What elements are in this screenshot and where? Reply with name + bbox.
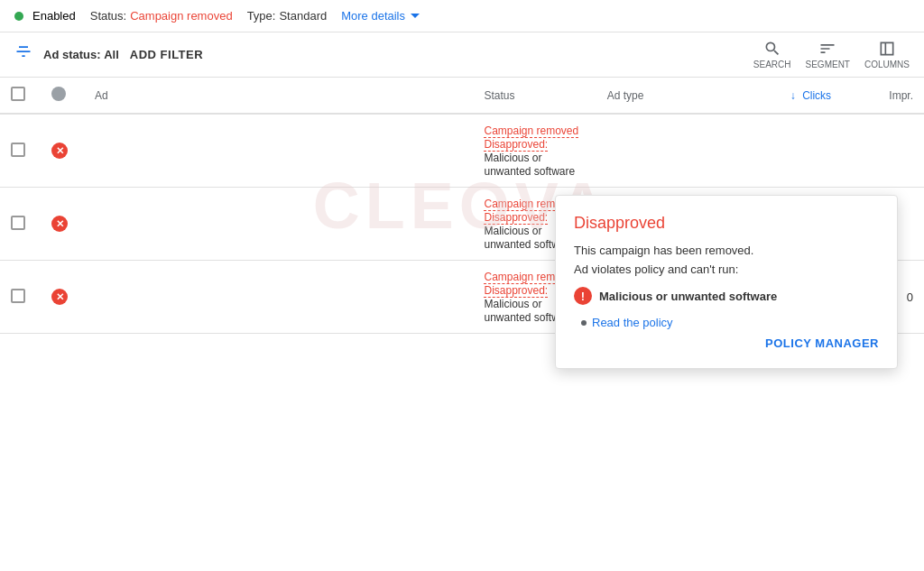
col-header-adtype[interactable]: Ad type xyxy=(596,78,740,114)
chevron-down-icon xyxy=(411,14,420,18)
row2-disapproved[interactable]: Disapproved: xyxy=(484,211,548,225)
row3-disapproved[interactable]: Disapproved: xyxy=(484,284,548,298)
filter-value: All xyxy=(104,48,119,61)
col-header-status[interactable]: Status xyxy=(473,78,596,114)
status-section: Status: Campaign removed xyxy=(90,9,233,23)
row2-checkbox[interactable] xyxy=(11,216,25,230)
type-value: Standard xyxy=(279,9,327,23)
row3-dot: ✕ xyxy=(41,261,84,334)
add-filter-button[interactable]: ADD FILTER xyxy=(130,48,203,61)
row1-check[interactable] xyxy=(0,114,41,188)
row1-adtype xyxy=(596,114,740,188)
row1-impr xyxy=(842,114,924,188)
search-button[interactable]: SEARCH xyxy=(753,40,791,69)
segment-button[interactable]: SEGMENT xyxy=(806,40,850,69)
policy-manager-button[interactable]: POLICY MANAGER xyxy=(765,336,879,350)
row2-status-icon: ✕ xyxy=(51,216,68,232)
row2-dot: ✕ xyxy=(41,188,84,261)
enabled-label: Enabled xyxy=(32,9,76,23)
top-bar: Enabled Status: Campaign removed Type: S… xyxy=(0,0,924,32)
row2-check[interactable] xyxy=(0,188,41,261)
warning-icon: ! xyxy=(574,287,592,305)
row1-status-icon: ✕ xyxy=(51,143,68,159)
status-value: Campaign removed xyxy=(130,9,232,23)
tooltip-popup: Disapproved This campaign has been remov… xyxy=(555,195,898,369)
table-header-row: Ad Status Ad type ↓ Clicks Impr. xyxy=(0,78,924,114)
filter-prefix: Ad status: xyxy=(43,48,101,61)
row1-status: Campaign removed Disapproved: Malicious … xyxy=(473,114,596,188)
row3-checkbox[interactable] xyxy=(11,289,25,303)
status-prefix: Status: xyxy=(90,9,126,23)
tooltip-link-item: Read the policy xyxy=(581,316,879,329)
col-header-check xyxy=(0,78,41,114)
row3-check[interactable] xyxy=(0,261,41,334)
row1-ad xyxy=(84,114,473,188)
row1-policy: Malicious or unwanted software xyxy=(484,152,575,178)
type-prefix: Type: xyxy=(247,9,276,23)
tooltip-desc: This campaign has been removed. xyxy=(574,244,879,257)
col-header-ad[interactable]: Ad xyxy=(84,78,473,114)
col-ad-label: Ad xyxy=(95,89,108,102)
read-policy-link[interactable]: Read the policy xyxy=(592,316,673,329)
header-checkbox[interactable] xyxy=(11,87,25,101)
header-dot xyxy=(51,87,66,101)
table-row: ✕ Campaign removed Disapproved: Maliciou… xyxy=(0,114,924,188)
columns-button[interactable]: COLUMNS xyxy=(864,40,910,69)
row1-clicks xyxy=(740,114,843,188)
col-header-impr[interactable]: Impr. xyxy=(842,78,924,114)
row1-checkbox[interactable] xyxy=(11,143,25,157)
more-details-link[interactable]: More details xyxy=(341,9,420,23)
tooltip-subdesc: Ad violates policy and can't run: xyxy=(574,262,879,276)
enabled-indicator: Enabled xyxy=(14,9,76,23)
filter-label: Ad status: All xyxy=(43,48,119,61)
filter-right: SEARCH SEGMENT COLUMNS xyxy=(753,40,910,69)
table-wrapper: CLEOVA Ad Status Ad type xyxy=(0,78,924,334)
col-header-clicks[interactable]: ↓ Clicks xyxy=(740,78,843,114)
row1-disapproved[interactable]: Disapproved: xyxy=(484,138,548,152)
row2-ad xyxy=(84,188,473,261)
col-impr-label: Impr. xyxy=(889,89,913,102)
type-section: Type: Standard xyxy=(247,9,328,23)
filter-bar: Ad status: All ADD FILTER SEARCH SEGMENT… xyxy=(0,32,924,78)
col-status-label: Status xyxy=(484,89,514,102)
tooltip-title: Disapproved xyxy=(574,214,879,233)
col-clicks-label: Clicks xyxy=(802,89,831,102)
more-details-label: More details xyxy=(341,9,405,23)
col-header-dot xyxy=(41,78,84,114)
row3-status-icon: ✕ xyxy=(51,289,68,305)
columns-label: COLUMNS xyxy=(864,60,910,69)
col-adtype-label: Ad type xyxy=(607,89,644,102)
tooltip-links: Read the policy xyxy=(574,316,879,329)
filter-left: Ad status: All ADD FILTER xyxy=(14,43,203,66)
sort-arrow-icon: ↓ xyxy=(790,89,796,102)
tooltip-policy-name: Malicious or unwanted software xyxy=(599,290,777,303)
row1-dot: ✕ xyxy=(41,114,84,188)
tooltip-policy-row: ! Malicious or unwanted software xyxy=(574,287,879,305)
segment-label: SEGMENT xyxy=(806,60,850,69)
filter-icon xyxy=(14,43,32,66)
search-label: SEARCH xyxy=(753,60,791,69)
bullet-icon xyxy=(581,320,587,326)
enabled-dot xyxy=(14,12,23,21)
row1-campaign-removed[interactable]: Campaign removed xyxy=(484,124,578,138)
tooltip-footer: POLICY MANAGER xyxy=(574,336,879,350)
row3-ad xyxy=(84,261,473,334)
